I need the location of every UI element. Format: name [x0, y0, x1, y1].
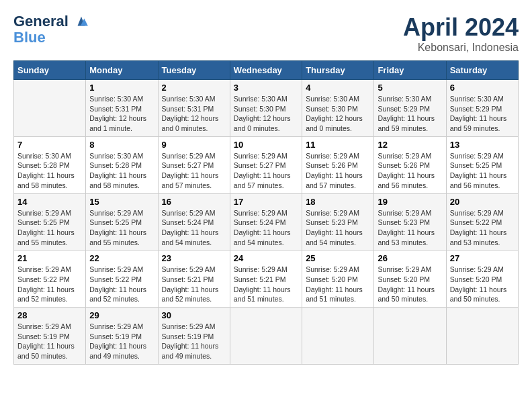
day-number: 22 — [89, 253, 154, 263]
calendar-table: Sunday Monday Tuesday Wednesday Thursday… — [13, 60, 519, 365]
day-info: Sunrise: 5:29 AM Sunset: 5:22 PM Dayligh… — [89, 265, 154, 304]
day-number: 6 — [450, 83, 515, 93]
day-info: Sunrise: 5:30 AM Sunset: 5:29 PM Dayligh… — [450, 94, 515, 134]
calendar-cell: 5Sunrise: 5:30 AM Sunset: 5:29 PM Daylig… — [374, 80, 446, 137]
calendar-body: 1Sunrise: 5:30 AM Sunset: 5:31 PM Daylig… — [14, 80, 519, 365]
logo-blue: Blue — [13, 30, 89, 46]
day-info: Sunrise: 5:29 AM Sunset: 5:21 PM Dayligh… — [162, 265, 226, 304]
calendar-cell: 19Sunrise: 5:29 AM Sunset: 5:23 PM Dayli… — [374, 193, 446, 250]
day-info: Sunrise: 5:30 AM Sunset: 5:28 PM Dayligh… — [89, 151, 154, 191]
calendar-row: 1Sunrise: 5:30 AM Sunset: 5:31 PM Daylig… — [14, 80, 519, 137]
day-number: 10 — [234, 140, 298, 150]
calendar-row: 14Sunrise: 5:29 AM Sunset: 5:25 PM Dayli… — [14, 193, 519, 250]
calendar-cell: 17Sunrise: 5:29 AM Sunset: 5:24 PM Dayli… — [230, 193, 302, 250]
day-number: 18 — [306, 197, 370, 207]
day-number: 29 — [89, 310, 154, 320]
day-number: 16 — [162, 197, 226, 207]
day-info: Sunrise: 5:29 AM Sunset: 5:24 PM Dayligh… — [234, 208, 298, 248]
day-number: 5 — [378, 83, 442, 93]
calendar-cell: 2Sunrise: 5:30 AM Sunset: 5:31 PM Daylig… — [158, 80, 230, 137]
col-wednesday: Wednesday — [230, 61, 302, 80]
day-number: 25 — [306, 253, 370, 263]
calendar-cell: 16Sunrise: 5:29 AM Sunset: 5:24 PM Dayli… — [158, 193, 230, 250]
col-saturday: Saturday — [446, 61, 518, 80]
day-info: Sunrise: 5:30 AM Sunset: 5:31 PM Dayligh… — [89, 94, 154, 134]
day-number: 3 — [234, 83, 298, 93]
calendar-cell: 11Sunrise: 5:29 AM Sunset: 5:26 PM Dayli… — [302, 136, 374, 193]
calendar-cell: 26Sunrise: 5:29 AM Sunset: 5:20 PM Dayli… — [374, 250, 446, 308]
calendar-cell: 4Sunrise: 5:30 AM Sunset: 5:30 PM Daylig… — [302, 80, 374, 137]
col-thursday: Thursday — [302, 61, 374, 80]
calendar-cell: 28Sunrise: 5:29 AM Sunset: 5:19 PM Dayli… — [14, 308, 86, 365]
calendar-cell: 20Sunrise: 5:29 AM Sunset: 5:22 PM Dayli… — [446, 193, 518, 250]
day-number: 11 — [306, 140, 370, 150]
day-number: 17 — [234, 197, 298, 207]
calendar-cell: 29Sunrise: 5:29 AM Sunset: 5:19 PM Dayli… — [86, 308, 158, 365]
calendar-cell: 24Sunrise: 5:29 AM Sunset: 5:21 PM Dayli… — [230, 250, 302, 308]
day-number: 13 — [450, 140, 515, 150]
calendar-cell: 7Sunrise: 5:30 AM Sunset: 5:28 PM Daylig… — [14, 136, 86, 193]
day-number: 20 — [450, 197, 515, 207]
day-info: Sunrise: 5:29 AM Sunset: 5:22 PM Dayligh… — [450, 208, 515, 248]
calendar-cell: 10Sunrise: 5:29 AM Sunset: 5:27 PM Dayli… — [230, 136, 302, 193]
page-header: General Blue April 2024 Kebonsari, Indon… — [13, 13, 519, 54]
calendar-cell — [230, 308, 302, 365]
day-info: Sunrise: 5:29 AM Sunset: 5:19 PM Dayligh… — [162, 322, 226, 361]
calendar-cell — [374, 308, 446, 365]
day-info: Sunrise: 5:29 AM Sunset: 5:23 PM Dayligh… — [378, 208, 442, 248]
day-info: Sunrise: 5:29 AM Sunset: 5:21 PM Dayligh… — [234, 265, 298, 304]
day-number: 15 — [89, 197, 154, 207]
day-number: 19 — [378, 197, 442, 207]
calendar-title: April 2024 — [403, 13, 519, 42]
calendar-cell: 1Sunrise: 5:30 AM Sunset: 5:31 PM Daylig… — [86, 80, 158, 137]
day-info: Sunrise: 5:29 AM Sunset: 5:27 PM Dayligh… — [162, 151, 226, 191]
day-info: Sunrise: 5:29 AM Sunset: 5:26 PM Dayligh… — [306, 151, 370, 191]
day-number: 24 — [234, 253, 298, 263]
calendar-cell: 23Sunrise: 5:29 AM Sunset: 5:21 PM Dayli… — [158, 250, 230, 308]
day-number: 21 — [17, 253, 82, 263]
calendar-cell: 6Sunrise: 5:30 AM Sunset: 5:29 PM Daylig… — [446, 80, 518, 137]
day-number: 1 — [89, 83, 154, 93]
day-number: 23 — [162, 253, 226, 263]
day-info: Sunrise: 5:29 AM Sunset: 5:22 PM Dayligh… — [17, 265, 82, 304]
calendar-cell: 3Sunrise: 5:30 AM Sunset: 5:30 PM Daylig… — [230, 80, 302, 137]
day-number: 26 — [378, 253, 442, 263]
col-monday: Monday — [86, 61, 158, 80]
day-info: Sunrise: 5:29 AM Sunset: 5:26 PM Dayligh… — [378, 151, 442, 191]
calendar-cell — [446, 308, 518, 365]
day-number: 8 — [89, 140, 154, 150]
day-info: Sunrise: 5:29 AM Sunset: 5:19 PM Dayligh… — [89, 322, 154, 361]
day-info: Sunrise: 5:29 AM Sunset: 5:25 PM Dayligh… — [89, 208, 154, 248]
col-tuesday: Tuesday — [158, 61, 230, 80]
calendar-cell: 21Sunrise: 5:29 AM Sunset: 5:22 PM Dayli… — [14, 250, 86, 308]
day-number: 28 — [17, 310, 82, 320]
day-info: Sunrise: 5:29 AM Sunset: 5:19 PM Dayligh… — [17, 322, 82, 361]
calendar-cell: 12Sunrise: 5:29 AM Sunset: 5:26 PM Dayli… — [374, 136, 446, 193]
day-number: 14 — [17, 197, 82, 207]
calendar-cell: 15Sunrise: 5:29 AM Sunset: 5:25 PM Dayli… — [86, 193, 158, 250]
day-info: Sunrise: 5:29 AM Sunset: 5:24 PM Dayligh… — [162, 208, 226, 248]
col-friday: Friday — [374, 61, 446, 80]
day-info: Sunrise: 5:30 AM Sunset: 5:31 PM Dayligh… — [162, 94, 226, 134]
day-number: 27 — [450, 253, 515, 263]
day-info: Sunrise: 5:30 AM Sunset: 5:30 PM Dayligh… — [306, 94, 370, 134]
calendar-row: 21Sunrise: 5:29 AM Sunset: 5:22 PM Dayli… — [14, 250, 519, 308]
calendar-cell: 8Sunrise: 5:30 AM Sunset: 5:28 PM Daylig… — [86, 136, 158, 193]
day-info: Sunrise: 5:29 AM Sunset: 5:23 PM Dayligh… — [306, 208, 370, 248]
col-sunday: Sunday — [14, 61, 86, 80]
calendar-row: 7Sunrise: 5:30 AM Sunset: 5:28 PM Daylig… — [14, 136, 519, 193]
header-row: Sunday Monday Tuesday Wednesday Thursday… — [14, 61, 519, 80]
calendar-cell: 9Sunrise: 5:29 AM Sunset: 5:27 PM Daylig… — [158, 136, 230, 193]
day-number: 2 — [162, 83, 226, 93]
day-info: Sunrise: 5:30 AM Sunset: 5:29 PM Dayligh… — [378, 94, 442, 134]
day-info: Sunrise: 5:29 AM Sunset: 5:20 PM Dayligh… — [378, 265, 442, 304]
calendar-cell: 14Sunrise: 5:29 AM Sunset: 5:25 PM Dayli… — [14, 193, 86, 250]
day-number: 12 — [378, 140, 442, 150]
logo-icon — [74, 15, 89, 30]
day-number: 30 — [162, 310, 226, 320]
logo: General Blue — [13, 13, 89, 46]
calendar-cell: 18Sunrise: 5:29 AM Sunset: 5:23 PM Dayli… — [302, 193, 374, 250]
title-block: April 2024 Kebonsari, Indonesia — [403, 13, 519, 54]
day-number: 4 — [306, 83, 370, 93]
logo-text: General — [13, 13, 89, 30]
